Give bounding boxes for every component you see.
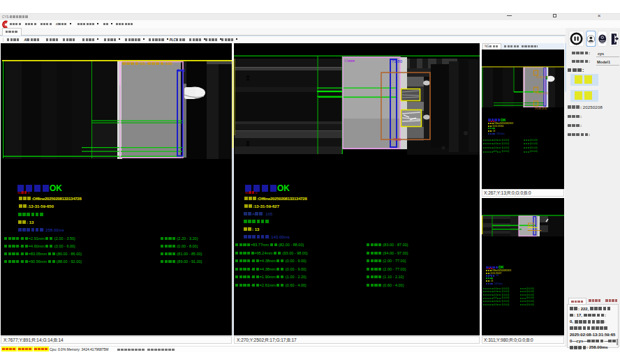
svg-text:23.48 (9.3): 23.48 (9.3) [535, 107, 547, 110]
svg-text:75.36: 75.36 [393, 138, 401, 142]
svg-text:AI■■■: AI■■■ [344, 59, 355, 63]
svg-text:23.48 (9.3): 23.48 (9.3) [536, 92, 548, 95]
svg-text:23.48 (9.3): 23.48 (9.3) [536, 76, 548, 79]
svg-text:▬▬▬▬▬▬: ▬▬▬▬▬▬ [528, 229, 542, 232]
svg-text:73.80: 73.80 [392, 59, 403, 63]
